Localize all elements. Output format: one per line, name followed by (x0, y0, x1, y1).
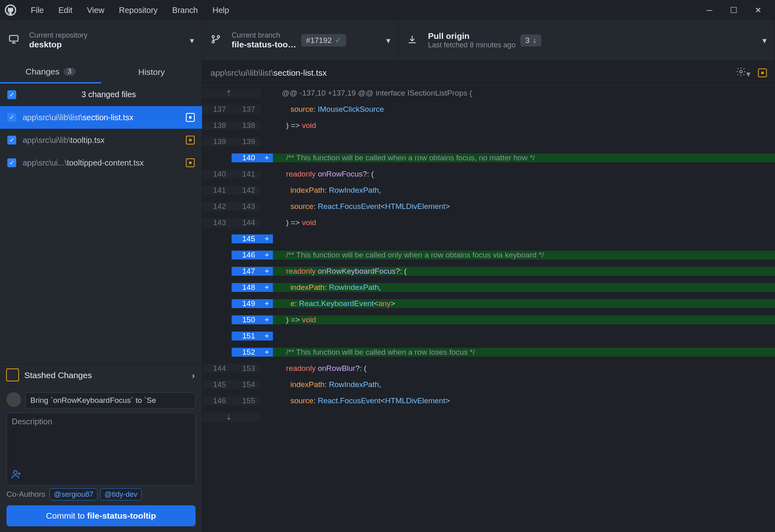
menu-edit[interactable]: Edit (51, 6, 79, 15)
hunk-header: @@ -137,10 +137,19 @@ interface ISection… (273, 89, 775, 98)
tab-changes[interactable]: Changes 3 (0, 61, 101, 83)
tab-history-label: History (138, 67, 165, 77)
window-minimize[interactable]: ─ (697, 0, 722, 20)
menu-view[interactable]: View (80, 6, 112, 15)
pull-sub: Last fetched 8 minutes ago (428, 41, 515, 49)
diff-line[interactable]: 139139 (202, 134, 775, 150)
pull-title: Pull origin (428, 31, 515, 41)
diff-path-name: section-list.tsx (273, 68, 327, 78)
diff-line[interactable]: 144153 readonly onRowBlur?: ( (202, 360, 775, 377)
file-path: app\src\ui...\tooltipped-content.tsx (23, 158, 179, 168)
diff-line[interactable]: 146155 source: React.FocusEvent<HTMLDivE… (202, 393, 775, 409)
file-row[interactable]: ✓ app\src\ui\lib\list\section-list.tsx (0, 106, 202, 129)
pr-number: #17192 (306, 36, 332, 45)
changes-count-badge: 3 (64, 68, 75, 76)
pull-count-pill: 3 ↓ (520, 34, 541, 47)
coauthors-label: Co-Authors (6, 490, 45, 499)
stash-icon (7, 370, 19, 381)
file-row[interactable]: ✓ app\src\ui...\tooltipped-content.tsx (0, 151, 202, 174)
diff-line[interactable]: 137137 source: IMouseClickSource (202, 101, 775, 117)
file-checkbox[interactable]: ✓ (7, 158, 16, 167)
desktop-icon (8, 34, 23, 47)
commit-description-input[interactable]: Description (6, 413, 196, 485)
desc-placeholder: Description (12, 417, 52, 426)
diff-line[interactable]: 140+ /** This function will be called wh… (202, 150, 775, 166)
files-header-text: 3 changed files (23, 90, 195, 99)
svg-point-2 (212, 41, 214, 43)
diff-path-pre: app\src\ui\lib\list\ (211, 68, 273, 78)
chevron-down-icon[interactable]: ▾ (762, 36, 766, 45)
chevron-right-icon: › (192, 370, 195, 380)
titlebar: FileEditViewRepositoryBranchHelp ─ ☐ ✕ (0, 0, 775, 20)
pull-button[interactable]: Pull origin Last fetched 8 minutes ago 3… (399, 20, 775, 60)
diff-line[interactable]: 143144 ) => void (202, 215, 775, 231)
svg-point-1 (212, 36, 214, 38)
diff-panel: app\src\ui\lib\list\section-list.tsx ▾ ⇡… (202, 61, 775, 532)
diff-line[interactable]: 152+ /** This function will be called wh… (202, 344, 775, 360)
diff-line[interactable]: 146+ /** This function will be called on… (202, 247, 775, 263)
coauthor-pill[interactable]: @sergiou87 (49, 488, 98, 500)
commit-button[interactable]: Commit to file-status-tooltip (6, 505, 196, 526)
file-row[interactable]: ✓ app\src\ui\lib\tooltip.tsx (0, 129, 202, 151)
file-checkbox[interactable]: ✓ (7, 113, 16, 122)
diff-line[interactable]: 149+ e: React.KeyboardEvent<any> (202, 296, 775, 312)
chevron-down-icon: ▾ (386, 36, 390, 45)
file-path: app\src\ui\lib\list\section-list.tsx (23, 113, 179, 122)
file-checkbox[interactable]: ✓ (7, 136, 16, 145)
file-path: app\src\ui\lib\tooltip.tsx (23, 136, 179, 145)
download-icon (407, 34, 422, 47)
repo-name: desktop (29, 40, 87, 49)
repo-label: Current repository (29, 31, 87, 40)
expand-down-icon[interactable]: ⇣ (202, 413, 261, 422)
menu-branch[interactable]: Branch (165, 6, 205, 15)
git-branch-icon (211, 34, 225, 47)
add-coauthor-icon[interactable] (11, 469, 21, 482)
repo-selector[interactable]: Current repository desktop ▾ (0, 20, 202, 60)
modified-icon (758, 68, 767, 77)
menu-file[interactable]: File (23, 6, 51, 15)
branch-selector[interactable]: Current branch file-status-too… #17192 ✓… (202, 20, 399, 60)
diff-line[interactable]: 145154 indexPath: RowIndexPath, (202, 377, 775, 393)
coauthor-pill[interactable]: @tidy-dev (100, 488, 142, 500)
diff-line[interactable]: 140141 readonly onRowFocus?: ( (202, 166, 775, 182)
select-all-checkbox[interactable]: ✓ (7, 90, 16, 99)
branch-name: file-status-too… (232, 40, 296, 49)
tab-changes-label: Changes (26, 67, 60, 77)
toolbar: Current repository desktop ▾ Current bra… (0, 20, 775, 61)
diff-line[interactable]: 145+ (202, 231, 775, 247)
diff-body[interactable]: ⇡@@ -137,10 +137,19 @@ interface ISectio… (202, 85, 775, 532)
pr-pill[interactable]: #17192 ✓ (301, 34, 346, 47)
modified-icon (186, 113, 195, 122)
check-icon: ✓ (335, 36, 341, 45)
gear-icon[interactable]: ▾ (736, 66, 751, 79)
svg-point-5 (740, 70, 743, 73)
diff-line[interactable]: 148+ indexPath: RowIndexPath, (202, 279, 775, 296)
window-maximize[interactable]: ☐ (722, 0, 746, 20)
commit-form: Description Co-Authors @sergiou87 @tidy-… (0, 387, 202, 532)
diff-line[interactable]: 150+ ) => void (202, 312, 775, 328)
stashed-changes-row[interactable]: Stashed Changes › (0, 364, 202, 387)
diff-header: app\src\ui\lib\list\section-list.tsx ▾ (202, 61, 775, 85)
svg-point-4 (14, 470, 17, 474)
pull-count: 3 (525, 36, 530, 45)
sidebar: Changes 3 History ✓ 3 changed files ✓ ap… (0, 61, 202, 532)
window-close[interactable]: ✕ (746, 0, 770, 20)
diff-line[interactable]: 147+ readonly onRowKeyboardFocus?: ( (202, 263, 775, 279)
diff-line[interactable]: 142143 source: React.FocusEvent<HTMLDivE… (202, 198, 775, 215)
stash-label: Stashed Changes (24, 370, 92, 380)
diff-line[interactable]: 138138 ) => void (202, 117, 775, 134)
expand-up-icon[interactable]: ⇡ (202, 89, 261, 98)
menu-help[interactable]: Help (205, 6, 236, 15)
github-logo-icon (5, 4, 16, 16)
chevron-down-icon: ▾ (190, 36, 194, 45)
svg-rect-0 (10, 36, 18, 41)
commit-summary-input[interactable] (25, 392, 196, 409)
branch-label: Current branch (232, 31, 296, 40)
avatar (6, 392, 21, 407)
tab-history[interactable]: History (101, 61, 202, 83)
modified-icon (186, 158, 195, 167)
diff-line[interactable]: 151+ (202, 328, 775, 344)
diff-line[interactable]: 141142 indexPath: RowIndexPath, (202, 182, 775, 198)
menu-repository[interactable]: Repository (112, 6, 165, 15)
svg-point-3 (217, 36, 219, 38)
